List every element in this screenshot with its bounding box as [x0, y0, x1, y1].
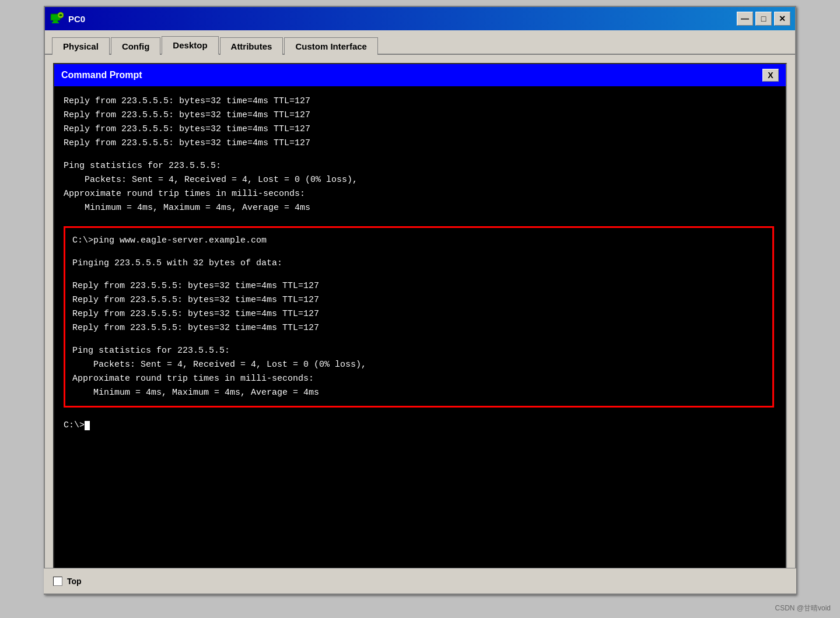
ping-stats-minmax-1: Minimum = 4ms, Maximum = 4ms, Average = …	[64, 201, 776, 215]
top-label: Top	[67, 577, 82, 586]
reply-line-1: Reply from 223.5.5.5: bytes=32 time=4ms …	[64, 94, 776, 108]
reply-h-line-1: Reply from 223.5.5.5: bytes=32 time=4ms …	[72, 279, 765, 293]
tab-config[interactable]: Config	[111, 37, 160, 55]
svg-rect-2	[52, 22, 59, 23]
cursor	[85, 421, 90, 430]
svg-rect-1	[53, 20, 58, 22]
window-title: PC0	[68, 14, 85, 24]
top-checkbox[interactable]	[53, 577, 62, 586]
cmd-close-button[interactable]: X	[762, 69, 779, 82]
empty-line-5	[72, 335, 765, 344]
reply-line-3: Reply from 223.5.5.5: bytes=32 time=4ms …	[64, 122, 776, 136]
title-bar-controls: — □ ✕	[737, 12, 790, 26]
empty-line-2	[64, 215, 776, 224]
tab-attributes[interactable]: Attributes	[220, 37, 284, 55]
ping-stats-header-2: Ping statistics for 223.5.5.5:	[72, 344, 765, 358]
ping-stats-header-1: Ping statistics for 223.5.5.5:	[64, 159, 776, 173]
reply-line-4: Reply from 223.5.5.5: bytes=32 time=4ms …	[64, 136, 776, 150]
highlighted-section: C:\>ping www.eagle-server.example.com Pi…	[64, 226, 774, 408]
tab-desktop[interactable]: Desktop	[162, 36, 218, 55]
cmd-header: Command Prompt X	[54, 64, 786, 86]
ping-stats-minmax-2: Minimum = 4ms, Maximum = 4ms, Average = …	[72, 386, 765, 400]
cmd-title: Command Prompt	[61, 70, 142, 80]
empty-line-4	[72, 271, 765, 279]
pc-icon	[50, 12, 64, 26]
ping-stats-approx-1: Approximate round trip times in milli-se…	[64, 187, 776, 201]
tabs-bar: Physical Config Desktop Attributes Custo…	[45, 30, 795, 55]
reply-line-2: Reply from 223.5.5.5: bytes=32 time=4ms …	[64, 108, 776, 122]
title-bar-left: PC0	[50, 12, 85, 26]
main-window: PC0 — □ ✕ Physical Config Desktop Attrib…	[44, 6, 796, 595]
empty-line-3	[72, 248, 765, 257]
ping-stats-approx-2: Approximate round trip times in milli-se…	[72, 372, 765, 386]
tab-custom-interface[interactable]: Custom Interface	[284, 37, 378, 55]
cmd-body[interactable]: Reply from 223.5.5.5: bytes=32 time=4ms …	[54, 86, 786, 568]
watermark: CSDN @甘晴void	[775, 603, 831, 613]
ping-stats-packets-2: Packets: Sent = 4, Received = 4, Lost = …	[72, 358, 765, 372]
bottom-bar: Top	[44, 568, 796, 594]
main-content: Command Prompt X Reply from 223.5.5.5: b…	[45, 55, 795, 577]
empty-line-6	[64, 410, 776, 419]
empty-line-1	[64, 150, 776, 159]
title-bar: PC0 — □ ✕	[45, 7, 795, 30]
ping-command: C:\>ping www.eagle-server.example.com	[72, 234, 765, 248]
pinging-line: Pinging 223.5.5.5 with 32 bytes of data:	[72, 257, 765, 271]
command-prompt-panel: Command Prompt X Reply from 223.5.5.5: b…	[53, 63, 787, 569]
maximize-button[interactable]: □	[755, 12, 772, 26]
final-prompt: C:\>	[64, 419, 776, 433]
reply-h-line-2: Reply from 223.5.5.5: bytes=32 time=4ms …	[72, 293, 765, 307]
minimize-button[interactable]: —	[737, 12, 753, 26]
close-button[interactable]: ✕	[774, 12, 790, 26]
reply-h-line-4: Reply from 223.5.5.5: bytes=32 time=4ms …	[72, 321, 765, 335]
tab-physical[interactable]: Physical	[52, 37, 110, 55]
ping-stats-packets-1: Packets: Sent = 4, Received = 4, Lost = …	[64, 173, 776, 187]
reply-h-line-3: Reply from 223.5.5.5: bytes=32 time=4ms …	[72, 307, 765, 321]
